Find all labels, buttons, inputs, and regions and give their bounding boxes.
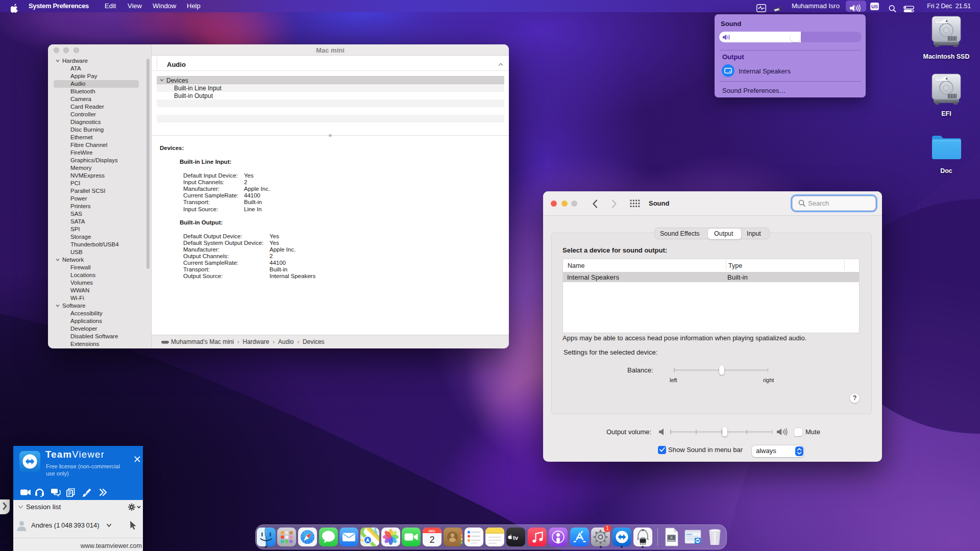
- svg-text:tv: tv: [513, 534, 519, 540]
- svg-text:DEC: DEC: [429, 529, 436, 532]
- svg-text:2: 2: [430, 535, 435, 545]
